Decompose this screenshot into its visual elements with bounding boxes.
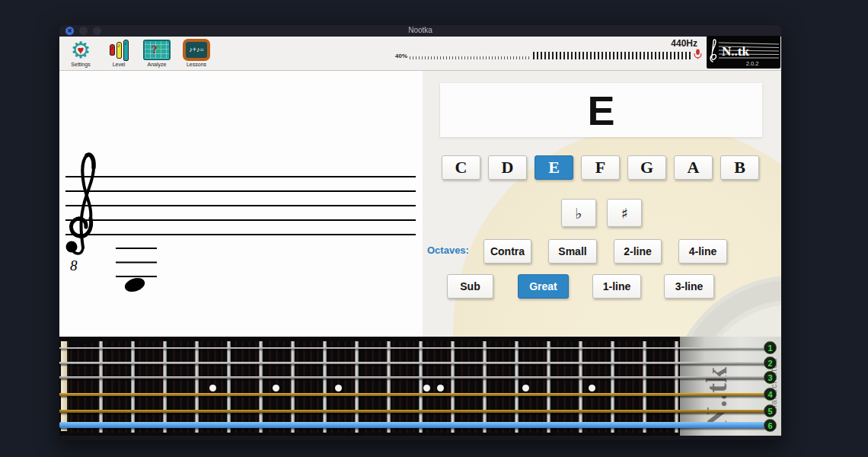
string-number-2[interactable]: 2 [764,356,777,369]
fret [131,341,135,433]
octave-great[interactable]: Great [518,274,569,299]
window-title: Nootka [59,26,781,34]
fret-marker-9 [335,385,342,391]
fret [675,341,678,433]
fret [579,341,582,433]
score-panel[interactable]: 8 [59,71,423,337]
string-5[interactable] [59,410,774,413]
window-bottom-edge [59,436,781,439]
current-note-display: E [440,83,762,137]
lessons-label: Lessons [180,62,213,67]
string-number-5[interactable]: 5 [764,404,777,417]
note-name-panel: E C D E F G A B ♭ ♯ Octaves: Contra Smal… [423,71,781,337]
note-letter-f[interactable]: F [581,155,620,180]
fretboard-nut [61,341,69,431]
note-letter-b[interactable]: B [720,155,759,180]
treble-clef-icon: 8 [66,155,94,273]
tuning-frequency: 440Hz [671,38,697,49]
string-1[interactable] [59,347,774,349]
analyze-label: Analyze [140,62,174,67]
guitar-fretboard[interactable]: N..tk handcrafted 1 2 3 4 5 6 [59,337,781,436]
staff: 8 [59,71,423,337]
ledger-lines [116,248,157,276]
analyze-button[interactable]: ? ! Analyze [140,38,174,67]
settings-gear-icon: ⚙ ♥ [64,38,97,62]
octaves-label: Octaves: [427,244,469,256]
fret-marker-17 [589,385,595,391]
note-letter-d[interactable]: D [488,155,527,180]
level-button[interactable]: ♪♪♪ Level [102,38,136,67]
octave-1-line[interactable]: 1-line [592,274,641,299]
main-area: 8 E C D E F G A B ♭ ♯ Oc [59,71,781,337]
lessons-notes-icon: ♪+♪= [180,38,213,62]
octave-4-line[interactable]: 4-line [678,239,727,264]
octave-3-line[interactable]: 3-line [664,274,714,299]
fret [195,341,199,433]
fret [163,341,167,433]
meter-ticks-low [410,56,531,59]
meter-ticks-high [533,52,691,59]
fret-marker-12b [437,385,444,391]
note-letter-g[interactable]: G [627,155,666,180]
sharp-button[interactable]: ♯ [607,199,642,227]
settings-label: Settings [64,62,97,67]
string-number-6[interactable]: 6 [764,419,777,432]
fret [515,341,519,433]
fret [451,341,455,433]
logo-text: N..tk [722,44,749,59]
fret [355,341,359,433]
title-bar: ✕ Nootka [59,25,781,37]
clef-octave-mark: 8 [70,257,78,273]
fret [99,341,103,433]
volume-percent: 40% [395,53,407,59]
nootka-window: ✕ Nootka ⚙ ♥ Settings ♪♪♪ Level ? ! [59,25,781,440]
microphone-icon[interactable] [694,49,702,59]
lessons-button[interactable]: ♪+♪= Lessons [180,38,213,67]
volume-meter[interactable]: 40% [395,50,702,59]
octave-contra[interactable]: Contra [483,239,531,264]
string-number-1[interactable]: 1 [764,341,777,354]
analyze-chart-icon: ? ! [140,38,174,62]
note-letter-a[interactable]: A [674,155,713,180]
string-2[interactable] [59,362,774,364]
note-letter-c[interactable]: C [442,155,480,180]
note-head [123,276,147,295]
string-4[interactable] [59,393,774,396]
logo-version: 2.0.2 [746,60,759,67]
string-6-highlighted[interactable] [59,422,774,428]
octave-2-line[interactable]: 2-line [614,239,662,264]
octave-small[interactable]: Small [548,239,597,264]
settings-button[interactable]: ⚙ ♥ Settings [64,38,97,67]
fret [387,341,391,433]
fret-marker-5 [209,385,216,391]
fret-marker-15 [522,385,529,391]
fret [483,341,487,433]
string-number-3[interactable]: 3 [764,371,777,384]
fret [547,341,550,433]
fret [643,341,646,433]
string-number-4[interactable]: 4 [764,388,777,401]
level-bars-icon: ♪♪♪ [102,38,136,62]
logo-clef-icon [710,40,716,62]
level-label: Level [102,62,136,67]
fret [291,341,295,433]
fret-marker-12a [423,385,430,391]
fret [419,341,423,433]
fret [323,341,327,433]
flat-button[interactable]: ♭ [561,199,596,227]
fret [611,341,614,433]
nootka-logo: N..tk 2.0.2 [707,36,780,69]
octave-sub[interactable]: Sub [447,274,493,299]
toolbar: ⚙ ♥ Settings ♪♪♪ Level ? ! Analyze ♪+♪= [59,37,781,71]
fret [227,341,231,433]
fret-marker-7 [273,385,279,391]
string-3[interactable] [59,376,774,379]
note-letter-e[interactable]: E [535,155,573,180]
heart-icon: ♥ [78,43,85,56]
fret [259,341,263,433]
